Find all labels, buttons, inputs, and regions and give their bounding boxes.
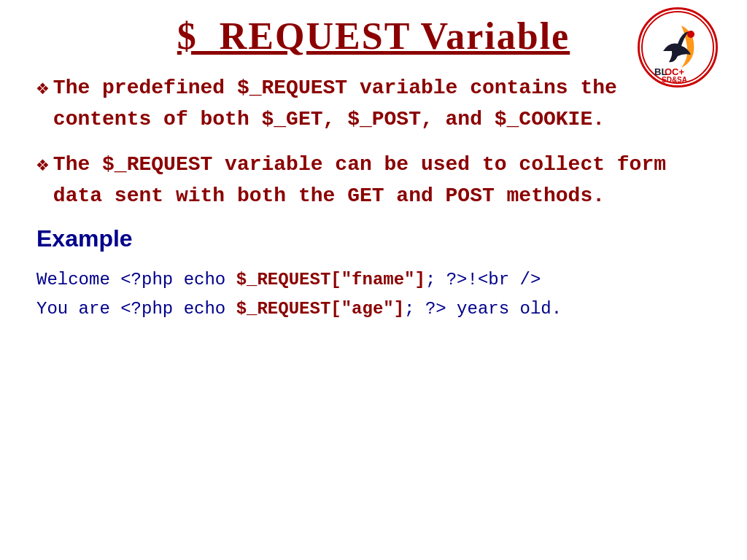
code-line2-highlight: $_REQUEST["age"] <box>236 299 404 319</box>
logo: BL OC+ SD&SA <box>638 7 718 88</box>
title-area: $ REQUEST Variable BL OC+ SD&SA <box>29 15 718 58</box>
code-line1-plain: Welcome <?php echo <box>36 270 236 289</box>
code-line2-plain: You are <?php echo <box>36 299 236 319</box>
bullet-diamond-2: ❖ <box>36 150 49 181</box>
bullet-text-2: The $_REQUEST variable can be used to co… <box>53 149 711 212</box>
code-line1-end: ; ?>!<br /> <box>425 270 541 289</box>
code-line-2: You are <?php echo $_REQUEST["age"]; ?> … <box>36 295 711 324</box>
slide-title: $ REQUEST Variable <box>177 15 570 58</box>
logo-inner: BL OC+ SD&SA <box>640 9 716 85</box>
bullet-diamond-1: ❖ <box>36 74 49 104</box>
code-line-1: Welcome <?php echo $_REQUEST["fname"]; ?… <box>36 265 711 295</box>
example-heading: Example <box>36 225 711 252</box>
code-line1-highlight: $_REQUEST["fname"] <box>236 270 425 289</box>
svg-text:SD&SA: SD&SA <box>662 76 687 84</box>
logo-svg: BL OC+ SD&SA <box>641 11 714 84</box>
bullet-item-2: ❖ The $_REQUEST variable can be used to … <box>36 149 711 212</box>
content-area: ❖ The predefined $_REQUEST variable cont… <box>29 72 718 324</box>
bullet-item-1: ❖ The predefined $_REQUEST variable cont… <box>36 72 711 136</box>
code-line2-end: ; ?> years old. <box>404 299 562 319</box>
code-block: Welcome <?php echo $_REQUEST["fname"]; ?… <box>36 265 711 325</box>
svg-point-1 <box>687 31 694 38</box>
bullet-text-1: The predefined $_REQUEST variable contai… <box>53 72 711 136</box>
slide: $ REQUEST Variable BL OC+ SD&SA <box>0 0 747 560</box>
